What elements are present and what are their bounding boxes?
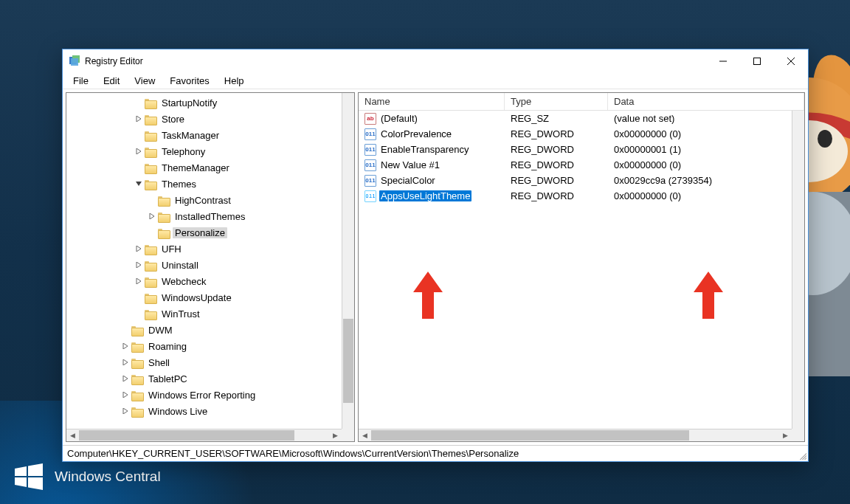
tree-item[interactable]: Themes	[66, 176, 342, 192]
folder-icon	[131, 341, 143, 351]
chevron-right-icon[interactable]	[133, 113, 145, 125]
chevron-right-icon[interactable]	[120, 405, 131, 417]
value-row[interactable]: 011AppsUseLightThemeREG_DWORD0x00000000 …	[359, 188, 792, 204]
folder-icon	[145, 179, 156, 189]
tree-item[interactable]: WindowsUpdate	[66, 289, 342, 305]
menu-favorites[interactable]: Favorites	[162, 74, 216, 88]
tree-item[interactable]: UFH	[66, 241, 342, 257]
chevron-right-icon[interactable]	[146, 210, 158, 222]
tree-item[interactable]: ThemeManager	[66, 159, 342, 176]
tree-item[interactable]: Roaming	[66, 338, 342, 354]
chevron-right-icon[interactable]	[133, 243, 145, 255]
chevron-right-icon[interactable]	[133, 259, 145, 271]
column-type[interactable]: Type	[505, 93, 608, 110]
minimize-button[interactable]	[706, 49, 740, 73]
tree-item[interactable]: WinTrust	[66, 305, 342, 322]
folder-icon	[131, 406, 143, 416]
folder-icon	[131, 390, 143, 400]
chevron-right-icon[interactable]	[133, 275, 145, 287]
svg-rect-9	[754, 58, 761, 65]
chevron-down-icon[interactable]	[133, 178, 145, 190]
tree-item-label: Store	[159, 114, 187, 125]
column-data[interactable]: Data	[608, 93, 804, 110]
tree-vertical-scrollbar[interactable]	[342, 93, 354, 429]
brand-text: Windows Central	[55, 469, 161, 485]
value-name: New Value #1	[379, 159, 441, 170]
menu-edit[interactable]: Edit	[96, 74, 127, 88]
statusbar-path: Computer\HKEY_CURRENT_USER\SOFTWARE\Micr…	[67, 448, 519, 459]
folder-icon	[145, 114, 156, 124]
reg-dword-icon: 011	[364, 159, 376, 171]
tree-item[interactable]: Uninstall	[66, 257, 342, 273]
folder-icon	[131, 373, 143, 384]
value-data: 0x00000001 (1)	[608, 144, 792, 155]
chevron-right-icon[interactable]	[120, 356, 131, 368]
value-row[interactable]: ab(Default)REG_SZ(value not set)	[359, 111, 792, 126]
tree-item-label: TabletPC	[146, 373, 190, 384]
folder-icon	[145, 146, 156, 156]
tree-item-label: StartupNotify	[159, 97, 219, 108]
titlebar[interactable]: Registry Editor	[63, 49, 808, 73]
tree-item-label: Webcheck	[159, 276, 208, 287]
tree-item-label: DWM	[146, 325, 175, 336]
tree-item-label: HighContrast	[173, 195, 233, 206]
tree-item-label: WindowsUpdate	[159, 292, 234, 303]
list-vertical-scrollbar[interactable]	[792, 111, 804, 429]
value-name: ColorPrevalence	[379, 128, 453, 139]
reg-dword-icon: 011	[364, 144, 376, 156]
value-name: (Default)	[379, 113, 419, 124]
tree-item-label: Shell	[146, 357, 172, 368]
tree-item-label: ThemeManager	[159, 162, 232, 173]
value-row[interactable]: 011EnableTransparencyREG_DWORD0x00000001…	[359, 142, 792, 157]
close-button[interactable]	[774, 49, 808, 73]
regedit-icon	[69, 55, 80, 69]
value-type: REG_SZ	[505, 113, 608, 124]
tree-item[interactable]: StartupNotify	[66, 94, 342, 111]
value-type: REG_DWORD	[505, 190, 608, 201]
tree-item[interactable]: Telephony	[66, 143, 342, 159]
tree-item[interactable]: HighContrast	[66, 192, 342, 208]
tree-item[interactable]: Windows Live	[66, 403, 342, 419]
tree-item-label: UFH	[159, 244, 184, 255]
menu-file[interactable]: File	[66, 74, 96, 88]
value-row[interactable]: 011New Value #1REG_DWORD0x00000000 (0)	[359, 157, 792, 173]
svg-point-3	[818, 130, 832, 148]
folder-icon	[158, 227, 170, 238]
chevron-right-icon[interactable]	[120, 340, 131, 352]
chevron-right-icon[interactable]	[120, 373, 131, 384]
list-horizontal-scrollbar[interactable]: ◀ ▶	[359, 429, 792, 441]
tree-item[interactable]: TaskManager	[66, 127, 342, 143]
tree-item[interactable]: Windows Error Reporting	[66, 387, 342, 403]
chevron-right-icon[interactable]	[120, 389, 131, 401]
resize-grip-icon[interactable]	[798, 451, 806, 460]
folder-icon	[145, 244, 156, 254]
value-data: 0x00000000 (0)	[608, 159, 792, 170]
tree-item[interactable]: DWM	[66, 322, 342, 338]
menu-help[interactable]: Help	[217, 74, 252, 88]
value-type: REG_DWORD	[505, 159, 608, 170]
tree-item[interactable]: Personalize	[66, 224, 342, 241]
folder-icon	[145, 292, 156, 303]
tree-item-label: Windows Live	[146, 406, 210, 417]
windows-central-brand: Windows Central	[13, 461, 161, 492]
value-name: SpecialColor	[379, 175, 437, 186]
tree-item[interactable]: InstalledThemes	[66, 208, 342, 224]
maximize-button[interactable]	[740, 49, 774, 73]
window-title: Registry Editor	[85, 56, 143, 66]
value-row[interactable]: 011SpecialColorREG_DWORD0x0029cc9a (2739…	[359, 173, 792, 188]
folder-icon	[145, 276, 156, 286]
chevron-right-icon[interactable]	[133, 145, 145, 157]
tree-item[interactable]: Shell	[66, 354, 342, 370]
tree-item[interactable]: Webcheck	[66, 273, 342, 289]
menu-view[interactable]: View	[127, 74, 162, 88]
value-row[interactable]: 011ColorPrevalenceREG_DWORD0x00000000 (0…	[359, 126, 792, 142]
tree-item[interactable]: Store	[66, 111, 342, 127]
registry-editor-window: Registry Editor File Edit View Favorites…	[62, 49, 809, 462]
list-columns-header[interactable]: Name Type Data	[359, 93, 804, 111]
tree-item-label: WinTrust	[159, 308, 202, 320]
column-name[interactable]: Name	[359, 93, 505, 110]
tree-horizontal-scrollbar[interactable]: ◀ ▶	[66, 429, 342, 441]
tree-item[interactable]: TabletPC	[66, 370, 342, 387]
tree-item-label: Telephony	[159, 146, 207, 157]
tree-item-label: Windows Error Reporting	[146, 390, 258, 401]
